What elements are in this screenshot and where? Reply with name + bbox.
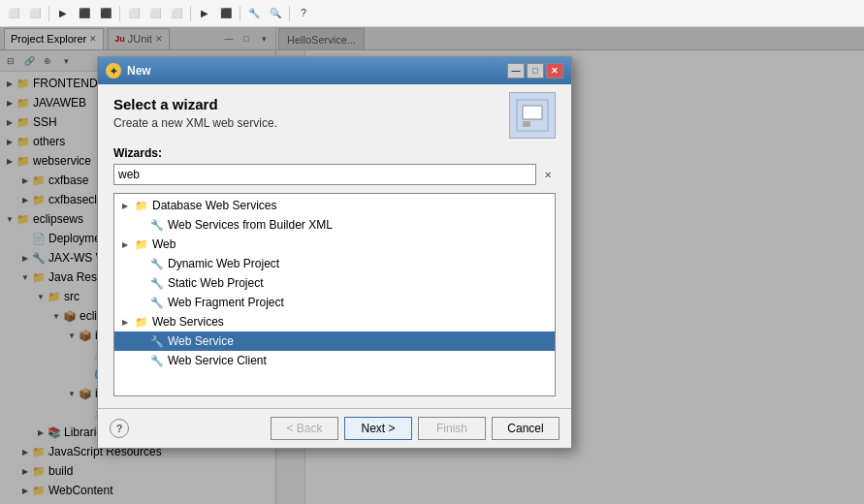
- wizard-search-input[interactable]: [113, 164, 536, 185]
- toolbar-sep-2: [119, 6, 120, 21]
- toolbar-btn-5[interactable]: ⬛: [96, 4, 115, 23]
- dialog-minimize-btn[interactable]: —: [507, 63, 525, 79]
- dialog-heading: Select a wizard: [113, 96, 556, 112]
- toolbar-btn-9[interactable]: ▶: [195, 4, 214, 23]
- wt-web-fragment[interactable]: 🔧 Web Fragment Project: [114, 293, 555, 312]
- new-wizard-dialog: ✦ New — □ ✕ Select a wizard: [97, 56, 572, 449]
- wt-icon-static: 🔧: [149, 275, 165, 291]
- toolbar-sep-5: [289, 6, 290, 21]
- wt-icon-builder: 🔧: [149, 217, 165, 233]
- wt-icon-db: 📁: [134, 198, 149, 213]
- wt-label-fragment: Web Fragment Project: [168, 296, 284, 309]
- toolbar-btn-6[interactable]: ⬜: [124, 4, 144, 23]
- wt-web-group[interactable]: ▶ 📁 Web: [114, 235, 555, 254]
- modal-overlay: ✦ New — □ ✕ Select a wizard: [0, 27, 864, 504]
- dialog-title-icon: ✦: [106, 63, 121, 79]
- wt-label-web: Web: [152, 237, 176, 251]
- dialog-maximize-btn[interactable]: □: [527, 63, 544, 79]
- wt-label-ws: Web Service: [168, 334, 234, 348]
- wt-ws-from-builder[interactable]: 🔧 Web Services from Builder XML: [114, 215, 555, 235]
- dialog-body: Select a wizard Create a new XML web ser…: [98, 84, 571, 408]
- main-toolbar: ⬜ ⬜ ▶ ⬛ ⬛ ⬜ ⬜ ⬜ ▶ ⬛ 🔧 🔍 ?: [0, 0, 864, 27]
- wt-arrow-ws-group: ▶: [122, 318, 134, 327]
- search-row: ✕: [113, 164, 556, 185]
- wt-web-service[interactable]: 🔧 Web Service: [114, 331, 555, 351]
- wt-database-ws-group[interactable]: ▶ 📁 Database Web Services: [114, 196, 555, 215]
- wt-web-service-client[interactable]: 🔧 Web Service Client: [114, 351, 555, 370]
- wizards-label: Wizards:: [113, 146, 556, 160]
- wt-icon-ws-group: 📁: [134, 314, 149, 330]
- wt-web-services-group[interactable]: ▶ 📁 Web Services: [114, 312, 555, 331]
- dialog-close-btn[interactable]: ✕: [546, 63, 563, 79]
- wt-arrow-web: ▶: [122, 240, 134, 249]
- toolbar-sep-3: [190, 6, 191, 21]
- toolbar-btn-11[interactable]: 🔧: [244, 4, 264, 23]
- svg-rect-2: [523, 121, 530, 127]
- toolbar-btn-3[interactable]: ▶: [53, 4, 73, 23]
- wt-icon-web: 📁: [134, 236, 149, 252]
- back-button[interactable]: < Back: [271, 417, 338, 440]
- dialog-banner: [509, 92, 556, 139]
- wizard-banner-icon: [515, 98, 550, 133]
- wt-icon-wsc: 🔧: [149, 353, 165, 368]
- dialog-subtext: Create a new XML web service.: [113, 116, 556, 130]
- dialog-title: New: [127, 64, 151, 78]
- dialog-titlebar: ✦ New — □ ✕: [98, 57, 571, 84]
- toolbar-sep-4: [240, 6, 240, 21]
- wt-label-dynamic: Dynamic Web Project: [168, 257, 279, 270]
- wt-arrow-db: ▶: [122, 202, 134, 210]
- wt-dynamic-web[interactable]: 🔧 Dynamic Web Project: [114, 254, 555, 273]
- svg-rect-1: [523, 106, 542, 119]
- help-btn[interactable]: ?: [110, 419, 129, 438]
- wt-icon-ws: 🔧: [149, 333, 165, 349]
- toolbar-btn-8[interactable]: ⬜: [167, 4, 186, 23]
- next-button[interactable]: Next >: [344, 417, 412, 440]
- cancel-button[interactable]: Cancel: [492, 417, 560, 440]
- dialog-footer: ? < Back Next > Finish Cancel: [98, 408, 571, 448]
- toolbar-btn-4[interactable]: ⬛: [75, 4, 94, 23]
- wt-label-builder: Web Services from Builder XML: [168, 218, 333, 232]
- toolbar-btn-12[interactable]: 🔍: [266, 4, 285, 23]
- finish-button[interactable]: Finish: [418, 417, 486, 440]
- toolbar-sep-1: [48, 6, 49, 21]
- main-area: Project Explorer ✕ Ju JUnit ✕ — □ ▾ ⊟ 🔗 …: [0, 27, 864, 504]
- search-clear-btn[interactable]: ✕: [540, 167, 556, 182]
- toolbar-btn-7[interactable]: ⬜: [145, 4, 165, 23]
- dialog-window-controls: — □ ✕: [507, 63, 563, 79]
- wt-label-ws-group: Web Services: [152, 315, 224, 329]
- toolbar-btn-13[interactable]: ?: [294, 4, 313, 23]
- wt-label-db: Database Web Services: [152, 199, 277, 212]
- toolbar-btn-1[interactable]: ⬜: [4, 4, 23, 23]
- toolbar-btn-2[interactable]: ⬜: [25, 4, 45, 23]
- wizard-tree[interactable]: ▶ 📁 Database Web Services 🔧 Web Services…: [113, 193, 556, 396]
- wt-static-web[interactable]: 🔧 Static Web Project: [114, 273, 555, 293]
- wt-icon-fragment: 🔧: [149, 295, 165, 310]
- toolbar-btn-10[interactable]: ⬛: [216, 4, 236, 23]
- wt-icon-dynamic: 🔧: [149, 256, 165, 271]
- wt-label-wsc: Web Service Client: [168, 354, 267, 367]
- wt-label-static: Static Web Project: [168, 276, 263, 290]
